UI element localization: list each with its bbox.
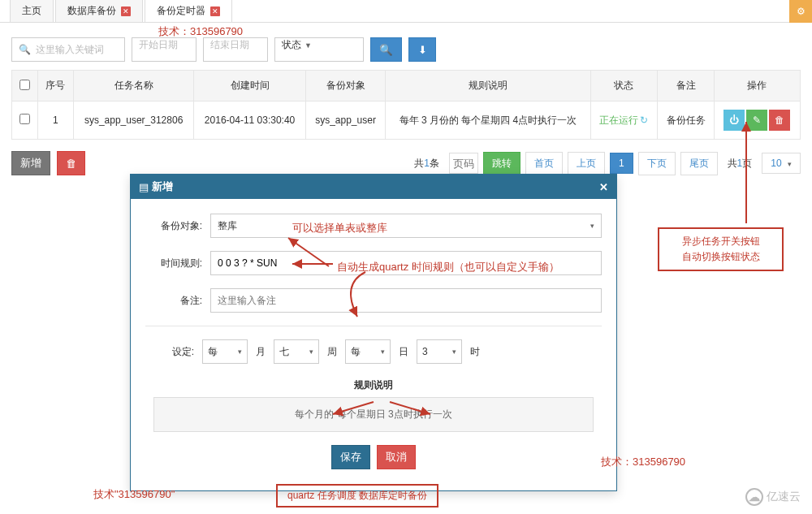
anno-switch-box: 异步任务开关按钮 自动切换按钮状态	[658, 227, 784, 271]
target-select[interactable]: 整库▾	[210, 214, 602, 238]
watermark: ☁ 亿速云	[745, 488, 801, 506]
download-button[interactable]: ⬇	[408, 37, 436, 62]
search-icon: 🔍	[19, 44, 31, 55]
cell-idx: 1	[38, 102, 74, 140]
note-input[interactable]	[210, 288, 602, 313]
cell-note: 备份任务	[658, 102, 715, 140]
col-target: 备份对象	[305, 71, 385, 102]
prev-page[interactable]: 上页	[568, 152, 605, 175]
modal-header: ▤ 新增 ✕	[131, 175, 616, 199]
cell-name: sys_app_user_312806	[73, 102, 193, 140]
tab-bar: 主页 数据库备份✕ 备份定时器✕	[0, 0, 812, 23]
rule-label: 时间规则:	[145, 257, 210, 270]
anno-top-tech: 技术：313596790	[158, 24, 243, 39]
anno-bottom-left: 技术"313596790"	[93, 487, 175, 502]
page-current[interactable]: 1	[610, 153, 633, 174]
trash-icon: 🗑	[66, 158, 76, 170]
close-icon[interactable]: ✕	[121, 6, 131, 16]
pages-label: 共1页	[723, 153, 758, 174]
week-select[interactable]: 七▾	[274, 339, 319, 364]
window-icon: ▤	[139, 181, 149, 193]
table-row: 1 sys_app_user_312806 2016-04-11 03:30:4…	[12, 102, 801, 140]
note-label: 备注:	[145, 294, 210, 308]
search-icon: 🔍	[379, 44, 393, 56]
power-icon: ⏻	[729, 114, 739, 126]
col-status: 状态	[590, 71, 658, 102]
row-checkbox[interactable]	[19, 114, 30, 124]
col-actions: 操作	[714, 71, 800, 102]
col-name: 任务名称	[73, 71, 193, 102]
unit-day: 日	[399, 345, 408, 359]
delete-button[interactable]: 🗑	[769, 110, 790, 131]
anno-target-hint: 可以选择单表或整库	[292, 221, 387, 235]
search-button[interactable]: 🔍	[370, 37, 402, 62]
unit-month: 月	[256, 345, 266, 359]
total-label: 共1条	[409, 153, 444, 174]
anno-rule-hint: 自动生成quartz 时间规则（也可以自定义手输）	[337, 260, 559, 274]
edit-icon: ✎	[753, 114, 761, 126]
tab-backup[interactable]: 数据库备份✕	[55, 0, 143, 22]
end-date-input[interactable]: 结束日期	[203, 37, 268, 62]
day-select[interactable]: 每▾	[345, 339, 391, 364]
last-page[interactable]: 尾页	[680, 152, 718, 175]
cell-target: sys_app_user	[305, 102, 385, 140]
col-rule: 规则说明	[386, 71, 591, 102]
page-size-select[interactable]: 10 ▾	[762, 153, 801, 174]
cell-rule: 每年 3 月份的 每个星期四 4点时执行一次	[386, 102, 591, 140]
col-note: 备注	[658, 71, 715, 102]
sync-icon: ↻	[640, 114, 648, 126]
save-button[interactable]: 保存	[331, 445, 370, 469]
add-button[interactable]: 新增	[11, 151, 50, 175]
set-label: 设定:	[153, 345, 194, 359]
download-icon: ⬇	[418, 44, 427, 56]
bulk-delete-button[interactable]: 🗑	[57, 151, 85, 175]
unit-week: 周	[327, 345, 337, 359]
status-select[interactable]: 状态▼	[274, 37, 364, 62]
hour-select[interactable]: 3▾	[417, 339, 462, 364]
col-created: 创建时间	[194, 71, 306, 102]
first-page[interactable]: 首页	[525, 152, 563, 175]
search-input[interactable]: 🔍 这里输入关键词	[11, 37, 125, 62]
col-idx: 序号	[38, 71, 74, 102]
anno-right-tech: 技术：313596790	[601, 455, 685, 469]
filter-bar: 🔍 这里输入关键词 开始日期 结束日期 状态▼ 🔍 ⬇	[0, 23, 812, 70]
tab-home[interactable]: 主页	[10, 0, 54, 22]
rule-preview: 每个月的 每个星期日 3点时执行一次	[153, 397, 594, 432]
cell-created: 2016-04-11 03:30:40	[194, 102, 306, 140]
close-icon[interactable]: ✕	[210, 6, 220, 16]
jump-button[interactable]: 跳转	[483, 152, 520, 175]
next-page[interactable]: 下页	[638, 152, 676, 175]
task-table: 序号 任务名称 创建时间 备份对象 规则说明 状态 备注 操作 1 sys_ap…	[11, 70, 801, 140]
cloud-icon: ☁	[745, 488, 763, 506]
cancel-button[interactable]: 取消	[377, 445, 416, 469]
page-input[interactable]	[449, 153, 478, 174]
trash-icon: 🗑	[775, 114, 784, 126]
start-date-input[interactable]: 开始日期	[132, 37, 197, 62]
edit-button[interactable]: ✎	[746, 110, 767, 131]
anno-bottom-box: quartz 任务调度 数据库定时备份	[276, 484, 438, 508]
schedule-row: 设定: 每▾ 月 七▾ 周 每▾ 日 3▾ 时	[145, 339, 602, 364]
tab-timer[interactable]: 备份定时器✕	[145, 0, 232, 22]
pagination: 共1条 跳转 首页 上页 1 下页 尾页 共1页 10 ▾	[409, 152, 801, 175]
gear-icon[interactable]: ⚙	[789, 0, 812, 23]
select-all-checkbox[interactable]	[19, 80, 30, 90]
toggle-button[interactable]: ⏻	[723, 110, 745, 131]
cell-status: 正在运行↻	[590, 102, 658, 140]
rule-preview-title: 规则说明	[145, 378, 602, 392]
target-label: 备份对象:	[145, 219, 210, 233]
close-icon[interactable]: ✕	[599, 181, 608, 193]
unit-hour: 时	[470, 345, 480, 359]
month-select[interactable]: 每▾	[202, 339, 248, 364]
